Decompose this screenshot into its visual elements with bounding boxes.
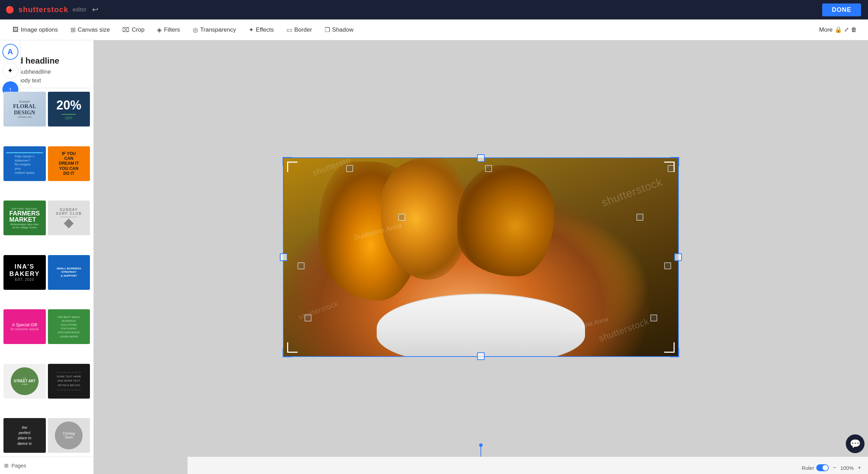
corner-bl: [287, 342, 298, 353]
float-handle-7: [664, 262, 671, 269]
chicken-piece-3: [457, 165, 554, 276]
template-sub-text: website.com: [18, 115, 32, 119]
template-main-text: FLORALDESIGN: [13, 103, 36, 115]
more-label: More: [819, 26, 833, 33]
toolbar: 🖼 Image options ⊞ Canvas size ⌧ Crop ◈ F…: [0, 19, 868, 40]
float-handle-8: [304, 314, 311, 321]
template-farmers-detail: Wednesdays 4pm-1pmat the Village Green: [10, 223, 39, 229]
corner-tl: [287, 162, 298, 172]
effects-icon: ✦: [249, 26, 254, 34]
template-darktext[interactable]: — — — — — — —SOME TEXT HEREAND MORE TEXT…: [48, 364, 90, 399]
template-bakery-sub: EST. 2020: [15, 278, 34, 281]
template-smallbiz[interactable]: SMALL BUSINESSSTRATEGY& SUPPORT: [48, 255, 90, 290]
template-surf[interactable]: SUNDAYSURF CLUB: [48, 201, 90, 235]
template-patio-text: Patio Needs AMakeover?Re-imagineyouroutd…: [15, 155, 34, 175]
zoom-icon-plus[interactable]: +: [858, 465, 861, 471]
zoom-icon-minus[interactable]: −: [833, 465, 836, 471]
ruler-toggle[interactable]: Ruler: [802, 464, 829, 471]
template-20pct[interactable]: 20% OFF: [48, 92, 90, 126]
border-button[interactable]: ▭ Border: [281, 23, 318, 36]
chat-widget[interactable]: 💬: [846, 434, 865, 453]
editor-label: editor: [73, 7, 86, 13]
float-handle-5: [636, 214, 643, 221]
pages-icon: ⊞: [4, 463, 9, 469]
template-surf-text: SUNDAYSURF CLUB: [56, 208, 82, 215]
template-example-text: Example: [19, 100, 30, 103]
float-handle-2: [485, 165, 492, 172]
transparency-icon: ◎: [193, 26, 198, 34]
canvas-size-button[interactable]: ⊞ Canvas size: [65, 23, 116, 36]
template-streetart[interactable]: LA STREET ART ★★★: [3, 364, 46, 399]
template-dream[interactable]: IF YOUCANDREAM ITYOU CANDO IT: [48, 146, 90, 181]
filters-button[interactable]: ◈ Filters: [151, 23, 185, 36]
main-content: A ✦ ↑ Text Add headline Add subheadline …: [0, 40, 868, 474]
template-accent-line: [6, 152, 43, 153]
logo-text: shutterstock: [18, 5, 68, 14]
ruler-label: Ruler: [802, 465, 814, 471]
shadow-label: Shadow: [332, 26, 353, 33]
corner-br: [664, 342, 675, 353]
done-button[interactable]: DONE: [822, 3, 861, 16]
fullscreen-icon: ⤢: [844, 26, 849, 33]
template-streetart-circle: LA STREET ART ★★★: [11, 367, 39, 395]
template-gift[interactable]: A Special Gift for someone special: [3, 309, 46, 344]
logo-area: 🔴 shutterstock editor: [6, 5, 86, 14]
canvas-area[interactable]: shuttersto shutterstock shutterstock shu…: [94, 40, 868, 474]
template-dance[interactable]: theperfectplace todance is: [3, 418, 46, 453]
border-label: Border: [294, 26, 312, 33]
template-surf-divider: [60, 217, 77, 217]
ruler-switch[interactable]: [816, 464, 829, 471]
template-streetart-sub: ★★★: [22, 383, 28, 386]
top-bar: 🔴 shutterstock editor ↩ DONE: [0, 0, 868, 19]
template-bakery[interactable]: INA'SBAKERY EST. 2020: [3, 255, 46, 290]
shutterstock-logo-icon: 🔴: [6, 6, 14, 14]
undo-button[interactable]: ↩: [92, 5, 98, 14]
shadow-icon: ❒: [325, 26, 330, 34]
template-surf-diamond: [64, 218, 74, 228]
shadow-button[interactable]: ❒ Shadow: [319, 23, 359, 36]
template-line: [62, 114, 76, 115]
elements-tool-button[interactable]: ✦: [2, 63, 18, 79]
template-solutions[interactable]: THE BEST SMALLBUSINESSSOLUTIONSFOR EVERY…: [48, 309, 90, 344]
float-handle-9: [650, 314, 657, 321]
template-bakery-main: INA'SBAKERY: [9, 263, 40, 278]
trash-icon: 🗑: [851, 26, 857, 33]
template-patio[interactable]: Patio Needs AMakeover?Re-imagineyouroutd…: [3, 146, 46, 181]
template-smallbiz-text: SMALL BUSINESSSTRATEGY& SUPPORT: [57, 267, 81, 278]
template-gift-main: A Special Gift: [12, 322, 37, 327]
chat-icon: 💬: [850, 439, 861, 449]
image-canvas[interactable]: shuttersto shutterstock shutterstock shu…: [283, 157, 679, 357]
template-num: 20%: [56, 98, 81, 113]
template-floral[interactable]: Example FLORALDESIGN website.com: [3, 92, 46, 126]
ruler-area: Ruler − 100% +: [802, 464, 861, 471]
ruler-knob: [823, 465, 828, 471]
border-icon: ▭: [286, 26, 292, 34]
canvas-size-icon: ⊞: [70, 26, 76, 34]
effects-button[interactable]: ✦ Effects: [243, 23, 279, 36]
left-panel: A ✦ ↑ Text Add headline Add subheadline …: [0, 40, 94, 474]
template-farmers[interactable]: Eat Fresh. Buy local. FARMERSMARKET Wedn…: [3, 201, 46, 235]
pages-bar[interactable]: ⊞ Pages: [0, 457, 94, 474]
template-circlegrey-circle: ComingSoon: [55, 422, 83, 449]
template-darktext-text: — — — — — — —SOME TEXT HEREAND MORE TEXT…: [57, 370, 81, 392]
pages-label: Pages: [11, 463, 26, 468]
crop-button[interactable]: ⌧ Crop: [117, 23, 150, 36]
corner-tr: [664, 162, 675, 172]
template-streetart-main: STREET ART: [14, 379, 35, 383]
zoom-level: 100%: [840, 465, 853, 471]
template-pct-text: OFF: [65, 116, 73, 120]
template-dance-text: theperfectplace todance is: [17, 425, 32, 447]
transparency-button[interactable]: ◎ Transparency: [187, 23, 242, 36]
text-tool-button[interactable]: A: [2, 44, 18, 60]
lock-icon: 🔒: [835, 26, 842, 33]
template-circlegrey[interactable]: ComingSoon: [48, 418, 90, 453]
image-options-button[interactable]: 🖼 Image options: [7, 23, 64, 36]
transparency-label: Transparency: [200, 26, 236, 33]
bottom-bar: Ruler − 100% +: [187, 457, 868, 474]
template-streetart-la: LA: [23, 377, 26, 379]
toolbar-right: More 🔒 ⤢ 🗑: [815, 23, 861, 36]
image-options-icon: 🖼: [12, 26, 19, 33]
template-farmers-main: FARMERSMARKET: [9, 210, 40, 223]
template-circlegrey-text: ComingSoon: [63, 432, 75, 439]
more-button[interactable]: More 🔒 ⤢ 🗑: [815, 23, 861, 36]
